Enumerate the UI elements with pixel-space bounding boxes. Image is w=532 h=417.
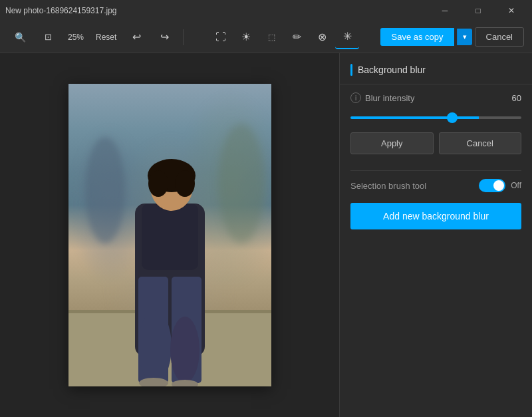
blur-tool-button[interactable]: ✳ — [335, 25, 359, 49]
toggle-knob — [493, 180, 504, 191]
filter-icon: ⬚ — [268, 33, 275, 42]
aspect-ratio-icon: ⊡ — [45, 32, 52, 42]
panel-accent-bar — [350, 64, 352, 76]
panel-title: Background blur — [358, 65, 426, 75]
app-title: New photo-1689624159317.jpg — [5, 6, 116, 15]
minimize-button[interactable]: ─ — [430, 0, 460, 21]
panel-header: Background blur — [340, 53, 532, 84]
cancel-edit-button[interactable]: Cancel — [475, 27, 524, 47]
info-icon[interactable]: i — [350, 92, 361, 103]
selection-brush-row: Selection brush tool Off — [340, 179, 532, 192]
blur-intensity-value: 60 — [512, 93, 521, 103]
crop-tool-button[interactable]: ⛶ — [209, 25, 233, 49]
svg-rect-8 — [142, 204, 198, 270]
save-dropdown-button[interactable]: ▾ — [457, 29, 472, 45]
svg-point-16 — [175, 170, 195, 197]
zoom-out-icon: 🔍 — [15, 32, 26, 43]
erase-tool-button[interactable]: ⊗ — [310, 25, 334, 49]
blur-intensity-section: i Blur intensity 60 Apply Cancel — [340, 84, 532, 162]
add-blur-button[interactable]: Add new background blur — [350, 203, 521, 229]
photo-background — [68, 84, 271, 386]
close-button[interactable]: ✕ — [496, 0, 527, 21]
toolbar-left: 🔍 ⊡ 25% Reset ↩ ↪ ⛶ ☀ ⬚ ✏ — [8, 25, 378, 49]
retouch-icon: ✏ — [293, 31, 301, 43]
toolbar: 🔍 ⊡ 25% Reset ↩ ↪ ⛶ ☀ ⬚ ✏ — [0, 21, 532, 53]
retouch-tool-button[interactable]: ✏ — [285, 25, 309, 49]
erase-icon: ⊗ — [318, 31, 327, 43]
selection-brush-toggle[interactable] — [479, 179, 505, 192]
main-area: Background blur i Blur intensity 60 Appl… — [0, 53, 532, 417]
adjust-icon: ☀ — [241, 31, 251, 43]
maximize-button[interactable]: □ — [463, 0, 493, 21]
blur-intensity-row: i Blur intensity 60 — [350, 92, 521, 103]
svg-point-11 — [138, 310, 172, 383]
window-controls: ─ □ ✕ — [430, 0, 527, 21]
blur-slider-container — [350, 110, 521, 122]
action-buttons: Apply Cancel — [350, 132, 521, 154]
blur-label-group: i Blur intensity — [350, 92, 414, 103]
redo-icon: ↪ — [160, 31, 169, 43]
toolbar-right: Save as copy ▾ Cancel — [380, 27, 524, 47]
selection-brush-label: Selection brush tool — [350, 181, 426, 191]
crop-icon: ⛶ — [215, 31, 226, 43]
apply-button[interactable]: Apply — [350, 132, 434, 154]
panel-divider — [350, 170, 521, 171]
aspect-ratio-button[interactable]: ⊡ — [36, 25, 60, 49]
photo-canvas — [68, 84, 271, 386]
canvas-area — [0, 53, 339, 417]
blur-intensity-slider[interactable] — [350, 116, 521, 119]
blur-icon: ✳ — [343, 30, 352, 43]
save-as-copy-button[interactable]: Save as copy — [380, 28, 454, 46]
zoom-out-button[interactable]: 🔍 — [8, 25, 32, 49]
undo-icon: ↩ — [132, 31, 141, 43]
zoom-level: 25% — [64, 33, 88, 42]
redo-button[interactable]: ↪ — [152, 25, 176, 49]
toggle-group: Off — [479, 179, 521, 192]
svg-point-3 — [218, 124, 265, 243]
cancel-blur-button[interactable]: Cancel — [439, 132, 522, 154]
svg-point-2 — [85, 137, 125, 243]
title-bar: New photo-1689624159317.jpg ─ □ ✕ — [0, 0, 532, 21]
blur-intensity-label: Blur intensity — [365, 93, 414, 103]
toolbar-separator — [183, 29, 184, 45]
svg-point-12 — [170, 317, 200, 383]
tools-group: ⛶ ☀ ⬚ ✏ ⊗ ✳ — [190, 25, 378, 49]
filter-tool-button[interactable]: ⬚ — [259, 25, 283, 49]
toggle-state-label: Off — [511, 181, 521, 190]
undo-button[interactable]: ↩ — [124, 25, 148, 49]
right-panel: Background blur i Blur intensity 60 Appl… — [339, 53, 532, 417]
svg-point-15 — [148, 170, 168, 197]
reset-button[interactable]: Reset — [92, 30, 120, 45]
adjust-tool-button[interactable]: ☀ — [234, 25, 258, 49]
scene-svg — [68, 84, 271, 386]
